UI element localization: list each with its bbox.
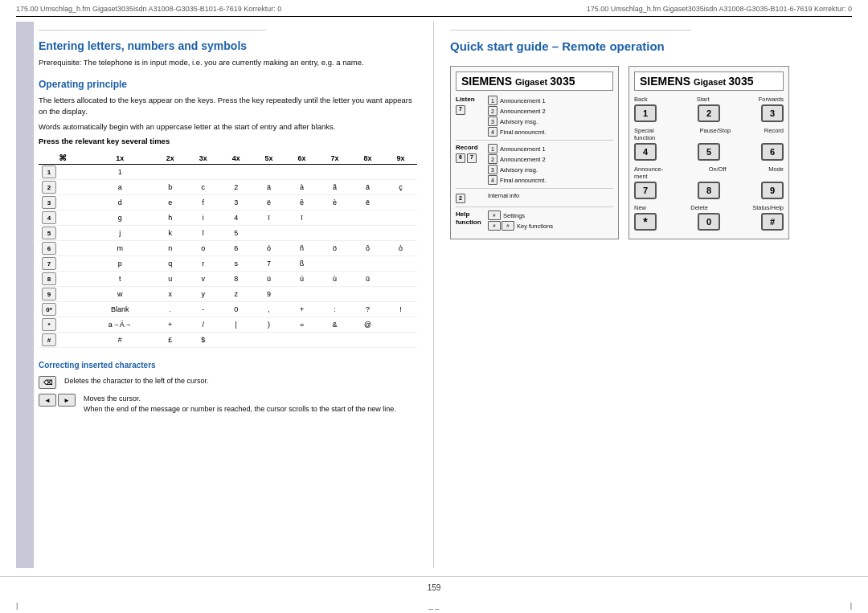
cell-4-1: k xyxy=(154,226,186,241)
record-item-4: 4 Final announcmt. xyxy=(488,175,613,185)
key-symbol-1: 2 xyxy=(39,180,86,195)
key-6[interactable]: 6 xyxy=(761,143,784,161)
left-phone-content: Listen 7 1 Announcement 1 xyxy=(456,96,613,231)
cell-7-4: ü xyxy=(252,272,285,287)
cell-7-5: ú xyxy=(285,272,318,287)
cell-5-7: ô xyxy=(351,241,384,256)
help-label: Help function xyxy=(456,210,488,226)
key-badge-5: 6 xyxy=(42,242,56,255)
keypad-row-4: * 0 # xyxy=(634,213,784,231)
op-principle-title: Operating principle xyxy=(39,79,417,90)
record-1-label: Announcement 1 xyxy=(500,145,546,153)
cell-10-6: & xyxy=(318,317,351,333)
listen-2-label: Announcement 2 xyxy=(500,108,546,115)
cell-3-3: 4 xyxy=(219,210,252,226)
intro-text: Prerequisite: The telephone is in input … xyxy=(39,57,417,67)
cell-5-8: ò xyxy=(384,241,417,256)
keypad-row-2: 4 5 6 xyxy=(634,143,784,161)
table-row-3: 4ghi4ïī xyxy=(39,210,417,226)
label-mode: Mode xyxy=(768,166,784,180)
label-new: New xyxy=(634,204,646,211)
col-header-5: 5x xyxy=(252,152,285,165)
cell-5-1: n xyxy=(154,241,186,256)
col-header-7: 7x xyxy=(318,152,351,165)
cell-11-3 xyxy=(219,333,252,348)
key-1[interactable]: 1 xyxy=(634,104,657,122)
left-column: Entering letters, numbers and symbols Pr… xyxy=(16,22,434,568)
record-4-label: Final announcmt. xyxy=(500,177,547,184)
table-row-7: 8tuv8üúùū xyxy=(39,272,417,287)
right-phone-brand: SIEMENS Gigaset 3035 xyxy=(640,75,753,88)
bottom-center-mark: _ _ xyxy=(429,602,440,610)
key-symbol-7: 8 xyxy=(39,272,86,287)
key-symbol-0: 1 xyxy=(39,165,86,180)
help-item-keyfunc: # # Key functions xyxy=(488,221,613,231)
col-header-6: 6x xyxy=(285,152,318,165)
table-row-6: 7pqrs7ß xyxy=(39,256,417,272)
listen-items: 1 Announcement 1 2 Announcement 2 3 Advi… xyxy=(488,96,613,137)
cell-4-2: l xyxy=(186,226,219,241)
key-symbol-8: 9 xyxy=(39,287,86,302)
top-marks: 175.00 Umschlag_h.fm Gigaset3035isdn A31… xyxy=(0,0,868,13)
cell-10-5: = xyxy=(285,317,318,333)
cell-10-2: / xyxy=(186,317,219,333)
key-3[interactable]: 3 xyxy=(761,104,784,122)
key-badge-4: 5 xyxy=(42,227,56,239)
cell-6-4: 7 xyxy=(252,256,285,272)
key-badge-0: 1 xyxy=(42,166,56,178)
key-badge-9: 0* xyxy=(42,303,56,316)
cell-1-4: ä xyxy=(252,180,285,195)
key-9[interactable]: 9 xyxy=(761,182,784,199)
cell-6-0: p xyxy=(86,256,154,272)
cell-2-8 xyxy=(384,195,417,210)
left-model: 3035 xyxy=(550,75,575,88)
key-7[interactable]: 7 xyxy=(634,182,657,199)
cell-7-3: 8 xyxy=(219,272,252,287)
listen-1-label: Announcement 1 xyxy=(500,97,546,104)
record-item-2: 2 Announcement 2 xyxy=(488,154,613,164)
cell-4-8 xyxy=(384,226,417,241)
cell-7-7: ū xyxy=(351,272,384,287)
cell-8-2: y xyxy=(186,287,219,302)
corr-desc-2: Moves the cursor.When the end of the mes… xyxy=(84,394,396,414)
col-header-2: 2x xyxy=(154,152,186,165)
key-badge-7: 8 xyxy=(42,272,56,285)
cell-2-4: ë xyxy=(252,195,285,210)
cell-4-6 xyxy=(318,226,351,241)
table-row-9: 0*Blank.-0,+:?! xyxy=(39,302,417,317)
right-phone-header: SIEMENS Gigaset 3035 xyxy=(634,72,784,91)
listen-2-badge: 2 xyxy=(488,106,497,116)
key-badge-10: * xyxy=(42,318,56,331)
label-record: Record xyxy=(764,127,784,141)
bottom-right-mark: | xyxy=(850,602,852,610)
cell-8-7 xyxy=(351,287,384,302)
key-0[interactable]: 0 xyxy=(698,213,720,231)
listen-4-label: Final announcmt. xyxy=(500,129,547,136)
key-8[interactable]: 8 xyxy=(698,182,720,199)
key-star[interactable]: * xyxy=(634,213,657,231)
record-item-3: 3 Advisory msg. xyxy=(488,165,613,174)
cell-6-3: s xyxy=(219,256,252,272)
cell-9-3: 0 xyxy=(219,302,252,317)
key-5[interactable]: 5 xyxy=(698,143,720,161)
record-3-badge: 3 xyxy=(488,165,497,174)
listen-text: Listen xyxy=(456,96,485,104)
cell-11-4 xyxy=(252,333,285,348)
cell-11-8 xyxy=(384,333,417,348)
cell-10-4: ) xyxy=(252,317,285,333)
key-2[interactable]: 2 xyxy=(698,104,720,122)
keypad-row-1: 1 2 3 xyxy=(634,104,784,122)
table-row-2: 3def3ëêèē xyxy=(39,195,417,210)
record-num7: 7 xyxy=(467,153,477,163)
listen-item-4: 4 Final announcmt. xyxy=(488,127,613,137)
key-4[interactable]: 4 xyxy=(634,143,657,161)
cell-9-0: Blank xyxy=(86,302,154,317)
cell-7-6: ù xyxy=(318,272,351,287)
bottom-marks: | _ _ | xyxy=(0,599,868,613)
cell-11-2: $ xyxy=(186,333,219,348)
key-hash[interactable]: # xyxy=(761,213,784,231)
listen-num7: 7 xyxy=(456,105,465,115)
cell-0-7 xyxy=(351,165,384,180)
label-start: Start xyxy=(697,96,710,103)
cell-5-6: ö xyxy=(318,241,351,256)
